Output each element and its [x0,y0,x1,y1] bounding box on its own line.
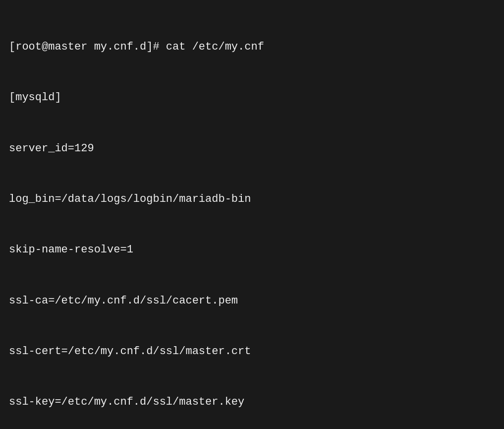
line-log-bin: log_bin=/data/logs/logbin/mariadb-bin [9,191,495,208]
line-skip-name: skip-name-resolve=1 [9,242,495,258]
terminal-output: [root@master my.cnf.d]# cat /etc/my.cnf … [9,5,495,429]
line-ssl-ca: ssl-ca=/etc/my.cnf.d/ssl/cacert.pem [9,293,495,309]
line-server-id: server_id=129 [9,140,495,157]
line-ssl-key: ssl-key=/etc/my.cnf.d/ssl/master.key [9,394,495,411]
line-ssl-cert: ssl-cert=/etc/my.cnf.d/ssl/master.crt [9,343,495,360]
line-mysqld: [mysqld] [9,89,495,106]
line-prompt-cat: [root@master my.cnf.d]# cat /etc/my.cnf [9,39,495,56]
